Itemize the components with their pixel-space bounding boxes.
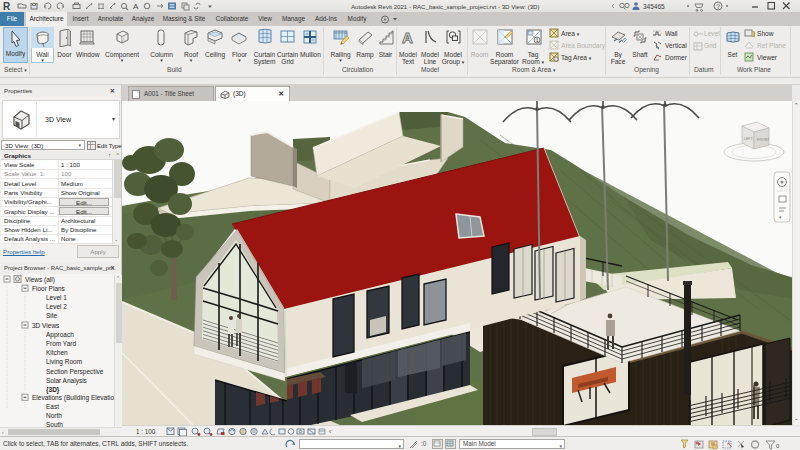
svg-text:East: East — [46, 403, 59, 410]
svg-text:1: 1 — [536, 37, 539, 43]
svg-text:FRONT: FRONT — [757, 138, 770, 142]
svg-text:Views (all): Views (all) — [25, 276, 55, 284]
svg-text:A: A — [133, 2, 139, 11]
svg-text:Kitchen: Kitchen — [46, 349, 68, 356]
svg-text:Floor Plans: Floor Plans — [32, 285, 66, 292]
svg-text:Solar Analysis: Solar Analysis — [46, 377, 88, 385]
svg-text:Level 2: Level 2 — [46, 303, 67, 310]
svg-text:‹: ‹ — [329, 428, 332, 435]
svg-text:North: North — [46, 412, 62, 419]
svg-text:R: R — [3, 1, 11, 12]
svg-text:Approach: Approach — [46, 331, 74, 339]
svg-text:{3D}: {3D} — [46, 386, 60, 394]
svg-text:Elevations (Building Elevation: Elevations (Building Elevation) — [32, 394, 114, 402]
svg-text:Site: Site — [46, 312, 58, 319]
svg-text:3D Views: 3D Views — [32, 322, 60, 329]
svg-text:0: 0 — [776, 443, 780, 449]
svg-text:A: A — [402, 29, 413, 46]
svg-text:From Yard: From Yard — [46, 340, 76, 347]
svg-text:?: ? — [716, 3, 720, 10]
svg-text:345465: 345465 — [643, 3, 665, 10]
svg-text:Level 1: Level 1 — [46, 294, 67, 301]
svg-text:Living Room: Living Room — [46, 358, 82, 366]
svg-text:LEFT: LEFT — [744, 137, 753, 141]
svg-text:Section Perspective: Section Perspective — [46, 368, 104, 376]
